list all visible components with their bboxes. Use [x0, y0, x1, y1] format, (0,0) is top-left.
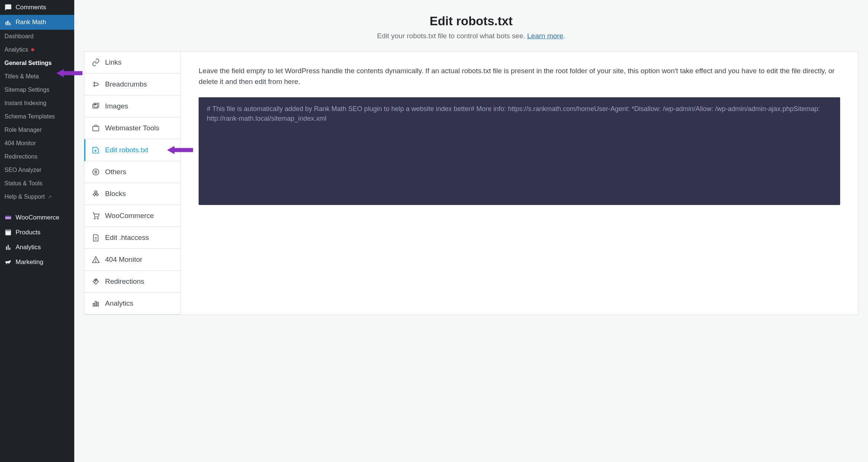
svg-rect-6 [93, 126, 99, 131]
menu-rank-math[interactable]: Rank Math [0, 15, 74, 30]
products-icon [4, 229, 12, 236]
links-icon [92, 58, 100, 66]
tab-others[interactable]: Others [84, 161, 180, 183]
tab-label: Breadcrumbs [105, 80, 147, 88]
menu-analytics[interactable]: Analytics [0, 240, 74, 255]
submenu-help-support[interactable]: Help & Support ↗ [0, 190, 74, 204]
comment-icon [4, 4, 12, 11]
subtitle-text: Edit your robots.txt file to control wha… [377, 32, 527, 40]
submenu-label: Titles & Meta [4, 73, 39, 80]
tab-404-monitor[interactable]: 404 Monitor [84, 249, 180, 271]
svg-point-5 [95, 104, 96, 105]
breadcrumbs-icon [92, 80, 100, 88]
warning-icon [92, 256, 100, 264]
briefcase-icon [92, 124, 100, 132]
submenu-label: Dashboard [4, 33, 33, 40]
page-subtitle: Edit your robots.txt file to control wha… [82, 32, 861, 40]
tab-edit-htaccess[interactable]: Edit .htaccess [84, 227, 180, 249]
submenu-label: Sitemap Settings [4, 87, 49, 93]
blocks-icon [92, 190, 100, 198]
submenu-label: Role Manager [4, 127, 42, 133]
svg-rect-4 [94, 103, 99, 107]
learn-more-link[interactable]: Learn more [527, 32, 563, 40]
submenu-general-settings[interactable]: General Settings [0, 56, 74, 70]
svg-rect-20 [97, 302, 99, 306]
submenu-redirections[interactable]: Redirections [0, 150, 74, 163]
submenu-analytics[interactable]: Analytics [0, 43, 74, 56]
menu-label: Marketing [16, 258, 43, 266]
submenu-role-manager[interactable]: Role Manager [0, 123, 74, 137]
app-root: Comments Rank Math Dashboard Analytics G… [0, 0, 868, 462]
tab-images[interactable]: Images [84, 95, 180, 117]
tab-label: WooCommerce [105, 212, 154, 220]
analytics-icon [4, 244, 12, 251]
menu-marketing[interactable]: Marketing [0, 255, 74, 270]
submenu-label: Redirections [4, 153, 37, 160]
submenu-seo-analyzer[interactable]: SEO Analyzer [0, 163, 74, 177]
woocommerce-icon: woo [4, 214, 12, 221]
submenu-schema-templates[interactable]: Schema Templates [0, 110, 74, 123]
tab-woocommerce[interactable]: WooCommerce [84, 205, 180, 227]
submenu-label: Analytics [4, 46, 28, 53]
images-icon [92, 102, 100, 110]
notification-dot-icon [31, 48, 34, 51]
content-area: Edit robots.txt Edit your robots.txt fil… [74, 0, 868, 462]
robots-txt-editor[interactable]: # This file is automatically added by Ra… [199, 97, 840, 205]
page-header: Edit robots.txt Edit your robots.txt fil… [74, 0, 868, 51]
tab-label: Others [105, 168, 126, 176]
tab-blocks[interactable]: Blocks [84, 183, 180, 205]
chart-icon [92, 299, 100, 308]
submenu-status-tools[interactable]: Status & Tools [0, 177, 74, 190]
submenu-404-monitor[interactable]: 404 Monitor [0, 137, 74, 150]
svg-rect-19 [95, 302, 97, 306]
submenu-label: Status & Tools [4, 180, 42, 187]
redirections-icon [92, 277, 100, 286]
file-icon [92, 234, 100, 242]
tab-analytics[interactable]: Analytics [84, 293, 180, 315]
tab-webmaster-tools[interactable]: Webmaster Tools [84, 117, 180, 139]
submenu-label: SEO Analyzer [4, 167, 42, 173]
subtitle-period: . [563, 32, 565, 40]
svg-point-13 [97, 218, 98, 219]
submenu-label: 404 Monitor [4, 140, 36, 147]
list-icon [92, 168, 100, 176]
tab-edit-robots[interactable]: Edit robots.txt [84, 139, 180, 161]
tab-label: Edit .htaccess [105, 234, 149, 242]
submenu-titles-meta[interactable]: Titles & Meta [0, 70, 74, 83]
submenu-label: Schema Templates [4, 113, 55, 120]
settings-panel: Leave the field empty to let WordPress h… [181, 52, 858, 315]
submenu-instant-indexing[interactable]: Instant Indexing [0, 97, 74, 110]
tab-label: Redirections [105, 277, 144, 286]
svg-point-7 [95, 150, 96, 152]
external-link-icon: ↗ [48, 194, 52, 199]
submenu-label: General Settings [4, 60, 52, 66]
tab-links[interactable]: Links [84, 52, 180, 74]
svg-rect-18 [93, 303, 95, 306]
settings-container: Links Breadcrumbs Images Webmaster Tools… [84, 51, 858, 315]
tab-redirections[interactable]: Redirections [84, 271, 180, 293]
rank-math-icon [4, 19, 12, 26]
svg-point-17 [95, 261, 96, 262]
menu-label: Analytics [16, 244, 41, 251]
submenu-dashboard[interactable]: Dashboard [0, 30, 74, 43]
tab-label: Analytics [105, 299, 133, 308]
megaphone-icon [4, 258, 12, 266]
rank-math-submenu: Dashboard Analytics General Settings Tit… [0, 30, 74, 208]
robots-file-icon [92, 146, 100, 154]
tab-label: Edit robots.txt [105, 146, 148, 154]
menu-comments[interactable]: Comments [0, 0, 74, 15]
menu-label: Comments [16, 4, 46, 11]
tab-breadcrumbs[interactable]: Breadcrumbs [84, 74, 180, 95]
tab-label: Images [105, 102, 128, 110]
submenu-label: Help & Support [4, 193, 45, 200]
menu-woocommerce[interactable]: woo WooCommerce [0, 210, 74, 225]
settings-tabs: Links Breadcrumbs Images Webmaster Tools… [84, 52, 181, 315]
menu-label: WooCommerce [16, 214, 59, 221]
tab-label: 404 Monitor [105, 256, 142, 264]
page-title: Edit robots.txt [82, 14, 861, 28]
svg-point-12 [94, 218, 95, 219]
menu-products[interactable]: Products [0, 225, 74, 240]
submenu-label: Instant Indexing [4, 100, 46, 107]
submenu-sitemap-settings[interactable]: Sitemap Settings [0, 83, 74, 97]
menu-label: Products [16, 229, 40, 236]
